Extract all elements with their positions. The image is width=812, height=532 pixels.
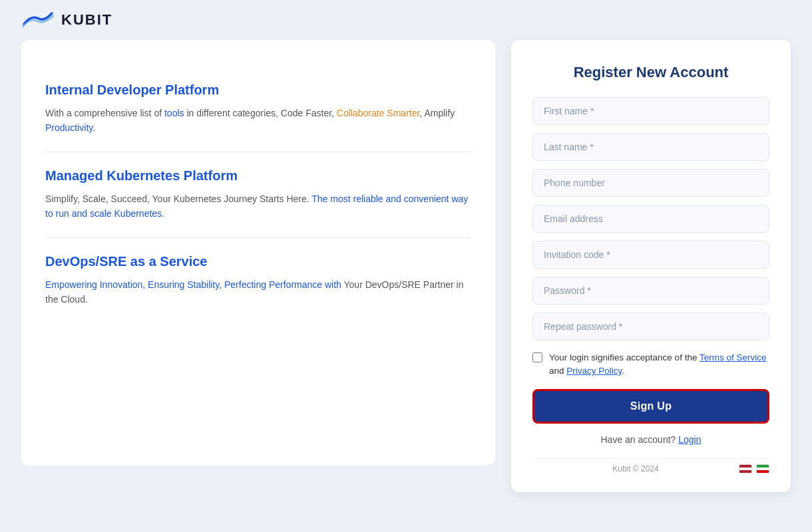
highlight: Collaborate Smarter: [337, 108, 420, 118]
signup-button[interactable]: Sign Up: [532, 389, 769, 424]
login-row: Have an account? Login: [532, 434, 769, 445]
feature-section-k8s: Managed Kubernetes Platform Simplify, Sc…: [45, 152, 471, 238]
phone-input[interactable]: [532, 169, 769, 197]
phone-group: [532, 169, 769, 197]
highlight: Empowering Innovation, Ensuring Stabilit…: [45, 279, 344, 290]
terms-of-service-link[interactable]: Terms of Service: [700, 352, 767, 362]
login-link[interactable]: Login: [678, 434, 701, 445]
highlight: The most reliable and convenient way to …: [45, 194, 468, 219]
register-title: Register New Account: [532, 64, 769, 81]
feature-desc-devops: Empowering Innovation, Ensuring Stabilit…: [45, 277, 471, 307]
main-content: Internal Developer Platform With a compr…: [0, 40, 812, 532]
terms-row: Your login signifies acceptance of the T…: [532, 351, 769, 378]
feature-title-k8s: Managed Kubernetes Platform: [45, 168, 471, 184]
register-panel: Register New Account Your login signifie…: [511, 40, 791, 492]
left-panel: Internal Developer Platform With a compr…: [21, 40, 495, 466]
terms-checkbox[interactable]: [532, 352, 542, 362]
logo-icon: [21, 11, 55, 29]
logo: KUBIT: [21, 11, 112, 29]
password-input[interactable]: [532, 277, 769, 305]
last-name-input[interactable]: [532, 133, 769, 161]
privacy-policy-link[interactable]: Privacy Policy: [566, 366, 622, 376]
first-name-input[interactable]: [532, 97, 769, 125]
invitation-group: [532, 241, 769, 269]
flag-us: [739, 464, 752, 473]
invitation-input[interactable]: [532, 241, 769, 269]
feature-desc-k8s: Simplify, Scale, Succeed, Your Kubernete…: [45, 192, 471, 221]
feature-section-devops: DevOps/SRE as a Service Empowering Innov…: [45, 238, 471, 323]
first-name-group: [532, 97, 769, 125]
feature-title-devops: DevOps/SRE as a Service: [45, 254, 471, 269]
email-group: [532, 205, 769, 233]
terms-text: Your login signifies acceptance of the T…: [549, 351, 769, 378]
footer-flags: [739, 464, 769, 473]
highlight: tools: [164, 108, 184, 118]
highlight: Productivity: [45, 122, 93, 133]
feature-section-idp: Internal Developer Platform With a compr…: [45, 66, 471, 152]
repeat-password-input[interactable]: [532, 313, 769, 340]
password-group: [532, 277, 769, 305]
logo-text: KUBIT: [61, 11, 112, 29]
top-bar: KUBIT: [0, 0, 812, 40]
flag-ir: [756, 464, 769, 473]
email-input[interactable]: [532, 205, 769, 233]
repeat-password-group: [532, 313, 769, 340]
footer-row: Kubit © 2024: [532, 458, 769, 473]
footer-copy: Kubit © 2024: [532, 464, 739, 473]
feature-title-idp: Internal Developer Platform: [45, 82, 471, 98]
last-name-group: [532, 133, 769, 161]
feature-desc-idp: With a comprehensive list of tools in di…: [45, 106, 471, 136]
